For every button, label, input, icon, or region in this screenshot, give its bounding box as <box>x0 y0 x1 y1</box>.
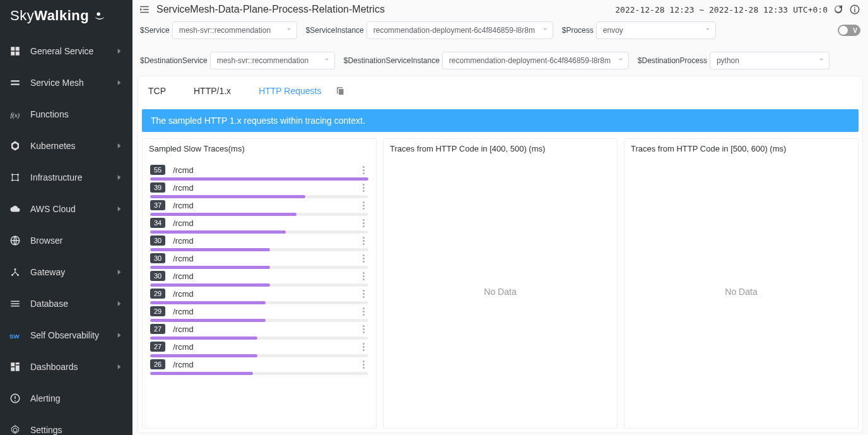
trace-row: 29/rcmd <box>150 306 368 322</box>
sidebar-item-settings[interactable]: Settings <box>0 414 132 435</box>
select-value: python <box>717 56 739 65</box>
trace-value-badge: 27 <box>150 324 165 334</box>
copy-icon[interactable] <box>335 85 346 97</box>
kebab-icon[interactable] <box>358 219 368 227</box>
select-destinationserviceinstance[interactable]: recommendation-deployment-6c4f846859-l8r… <box>442 52 629 69</box>
filter-label: $DestinationProcess <box>638 56 707 65</box>
trace-value-badge: 26 <box>150 359 165 369</box>
trace-label[interactable]: /rcmd <box>173 254 351 263</box>
topbar-right: 2022-12-28 12:23 ~ 2022-12-28 12:33 UTC+… <box>615 4 860 15</box>
no-data: No Data <box>631 160 852 423</box>
select-value: mesh-svr::recommendation <box>217 56 308 65</box>
trace-value-badge: 29 <box>150 289 165 299</box>
trace-bar <box>150 319 368 322</box>
panel-http-500: Traces from HTTP Code in [500, 600) (ms)… <box>624 138 859 429</box>
chevron-right-icon <box>115 47 124 56</box>
select-destinationservice[interactable]: mesh-svr::recommendation <box>210 52 335 69</box>
trace-label[interactable]: /rcmd <box>173 236 351 246</box>
trace-row: 27/rcmd <box>150 342 368 357</box>
sidebar-item-browser[interactable]: Browser <box>0 225 132 256</box>
fx-icon: f(x) <box>9 108 21 121</box>
sidebar-item-self-observability[interactable]: SWSelf Observability <box>0 319 132 351</box>
outdent-icon[interactable] <box>139 4 150 15</box>
sidebar-menu: General ServiceService Meshf(x)Functions… <box>0 35 132 435</box>
svg-text:f(x): f(x) <box>11 112 20 119</box>
trace-row: 34/rcmd <box>150 218 368 234</box>
trace-label[interactable]: /rcmd <box>173 201 351 210</box>
trace-row: 39/rcmd <box>150 182 368 198</box>
panels: Sampled Slow Traces(ms) 55/rcmd39/rcmd37… <box>138 138 862 432</box>
select-value: recommendation-deployment-6c4f846859-l8r… <box>449 56 611 65</box>
sidebar-item-dashboards[interactable]: Dashboards <box>0 351 132 383</box>
trace-value-badge: 55 <box>150 165 165 175</box>
select-value: mesh-svr::recommendation <box>179 26 271 35</box>
no-data: No Data <box>390 160 611 423</box>
svg-point-6 <box>15 268 16 270</box>
sidebar-item-label: Service Mesh <box>30 78 84 88</box>
sidebar-item-aws-cloud[interactable]: AWS Cloud <box>0 193 132 225</box>
filter-destinationservice: $DestinationServicemesh-svr::recommendat… <box>140 52 335 69</box>
sidebar-item-label: General Service <box>30 46 93 56</box>
tab-http-requests[interactable]: HTTP Requests <box>256 80 324 102</box>
dash-icon <box>9 361 21 373</box>
trace-label[interactable]: /rcmd <box>173 289 351 299</box>
svg-point-2 <box>17 174 19 176</box>
trace-label[interactable]: /rcmd <box>173 183 351 193</box>
time-range[interactable]: 2022-12-28 12:23 ~ 2022-12-28 12:33 <box>615 5 788 15</box>
trace-row: 30/rcmd <box>150 253 368 269</box>
kebab-icon[interactable] <box>358 166 368 174</box>
sidebar-item-infrastructure[interactable]: Infrastructure <box>0 162 132 193</box>
trace-value-badge: 30 <box>150 235 165 246</box>
trace-label[interactable]: /rcmd <box>173 360 351 369</box>
sidebar-item-service-mesh[interactable]: Service Mesh <box>0 67 132 98</box>
trace-label[interactable]: /rcmd <box>173 307 351 316</box>
kebab-icon[interactable] <box>358 237 368 245</box>
trace-value-badge: 27 <box>150 342 165 352</box>
trace-label[interactable]: /rcmd <box>173 325 351 334</box>
chevron-right-icon <box>115 362 124 371</box>
tab-tcp[interactable]: TCP <box>146 80 168 102</box>
infra-icon <box>9 171 21 184</box>
kebab-icon[interactable] <box>358 272 368 280</box>
sidebar-item-kubernetes[interactable]: Kubernetes <box>0 130 132 162</box>
sidebar-item-database[interactable]: Database <box>0 288 132 319</box>
sidebar-item-general-service[interactable]: General Service <box>0 35 132 67</box>
chevron-right-icon <box>115 299 124 308</box>
info-icon[interactable] <box>849 4 860 15</box>
select-process[interactable]: envoy <box>596 21 716 39</box>
kebab-icon[interactable] <box>358 307 368 316</box>
select-service[interactable]: mesh-svr::recommendation <box>172 21 297 39</box>
select-value: recommendation-deployment-6c4f846859-l8r… <box>373 26 535 35</box>
trace-label[interactable]: /rcmd <box>173 165 351 175</box>
sidebar-item-label: Alerting <box>30 393 60 403</box>
refresh-icon[interactable] <box>833 4 844 15</box>
sidebar-item-alerting[interactable]: Alerting <box>0 383 132 414</box>
select-serviceinstance[interactable]: recommendation-deployment-6c4f846859-l8r… <box>367 21 553 39</box>
chevron-right-icon <box>115 268 124 277</box>
logo: SkyWalking <box>0 0 132 35</box>
sidebar-item-label: Infrastructure <box>30 172 82 182</box>
sidebar-item-functions[interactable]: f(x)Functions <box>0 98 132 130</box>
trace-label[interactable]: /rcmd <box>173 342 351 352</box>
kebab-icon[interactable] <box>358 325 368 333</box>
kebab-icon[interactable] <box>358 343 368 351</box>
sidebar-item-gateway[interactable]: Gateway <box>0 256 132 288</box>
filter-label: $DestinationServiceInstance <box>344 56 440 65</box>
kebab-icon[interactable] <box>358 254 368 263</box>
trace-label[interactable]: /rcmd <box>173 271 351 281</box>
chevron-right-icon <box>115 205 124 213</box>
select-destinationprocess[interactable]: python <box>710 52 830 69</box>
tab-http-1-x[interactable]: HTTP/1.x <box>191 80 233 102</box>
trace-label[interactable]: /rcmd <box>173 218 351 228</box>
sidebar-item-label: Browser <box>30 235 62 246</box>
trace-bar <box>150 230 368 234</box>
kebab-icon[interactable] <box>358 361 368 369</box>
sidebar-item-label: Settings <box>30 425 62 435</box>
kebab-icon[interactable] <box>358 184 368 192</box>
info-banner: The sampled HTTP 1.x requests within tra… <box>142 109 859 132</box>
kebab-icon[interactable] <box>358 290 368 298</box>
logo-icon <box>93 9 107 23</box>
view-toggle[interactable]: V <box>838 25 860 36</box>
kebab-icon[interactable] <box>358 201 368 210</box>
filter-service: $Servicemesh-svr::recommendation <box>140 21 297 39</box>
